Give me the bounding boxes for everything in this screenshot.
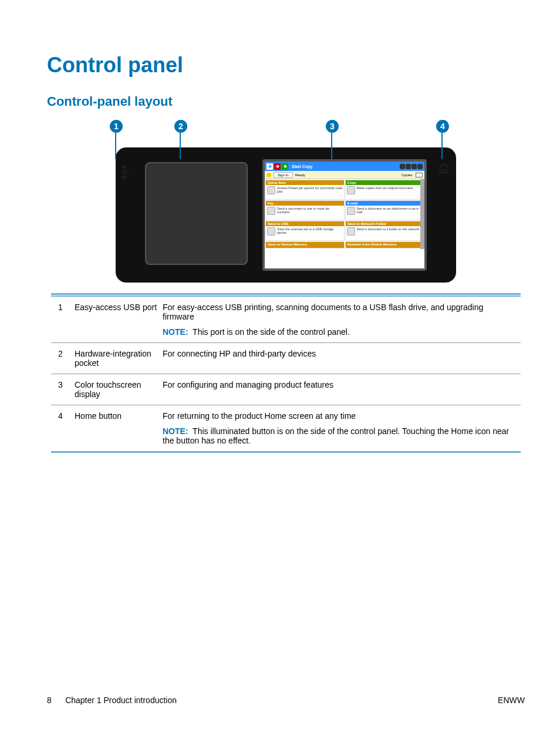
row-number: 3: [51, 374, 75, 405]
stop-icon: ◉: [274, 163, 281, 170]
usb-icon: [120, 165, 129, 182]
chapter-label: Chapter 1 Product introduction: [65, 695, 177, 705]
fax-icon: [267, 207, 275, 215]
callout-line: [115, 133, 116, 159]
row-description: For easy-access USB printing, scanning d…: [163, 296, 521, 343]
table-row: 2 Hardware-integration pocket For connec…: [51, 342, 521, 374]
copy-icon: [347, 186, 355, 194]
page-footer: 8 Chapter 1 Product introduction ENWW: [47, 695, 525, 705]
note-label: NOTE:: [163, 327, 188, 337]
quicksets-icon: [267, 186, 275, 194]
screen-app-grid: Quick Sets Access Preset job options for…: [265, 179, 424, 249]
tile-desc: Send a document as an attachment to an e…: [357, 207, 423, 215]
tile-header: Save to Device Memory: [266, 242, 344, 248]
screen-title: Start Copy: [289, 164, 399, 169]
tile-desc: Send a document to a folder on the netwo…: [357, 227, 423, 236]
tile-header: Save to USB: [266, 221, 344, 226]
table-row: 3 Color touchscreen display For configur…: [51, 374, 521, 405]
tile-header: Copy: [346, 180, 424, 185]
row-description: For returning to the product Home screen…: [163, 405, 521, 452]
status-icons: [400, 164, 423, 169]
row-number: 2: [51, 342, 75, 374]
callout-line: [441, 133, 443, 159]
callout-3: 3: [326, 120, 339, 133]
tile-save-network: Save to Network Folder Send a document t…: [345, 221, 424, 241]
row-number: 1: [51, 296, 75, 343]
tile-header: Retrieve from Device Memory: [346, 242, 424, 248]
tile-email: E-mail Send a document as an attachment …: [345, 200, 424, 220]
tile-desc: Make copies from an original document: [357, 186, 423, 194]
tile-quick-sets: Quick Sets Access Preset job options for…: [265, 180, 345, 200]
row-description: For connecting HP and third-party device…: [163, 342, 521, 374]
page-heading: Control panel: [47, 53, 525, 78]
tile-header: Fax: [266, 201, 344, 206]
scrollbar: [420, 179, 424, 249]
footer-left: 8 Chapter 1 Product introduction: [47, 695, 177, 705]
tile-desc: Send a document to one or more fax numbe…: [277, 207, 343, 215]
sign-in-button: Sign In: [274, 172, 293, 178]
hardware-integration-pocket: [145, 162, 248, 265]
row-name: Hardware-integration pocket: [75, 342, 163, 374]
hp-logo-icon: ◉: [266, 163, 273, 170]
warning-icon: [266, 173, 271, 177]
row-description: For configuring and managing product fea…: [163, 374, 521, 405]
control-panel-diagram: 1 2 3 4 ◉ ◉ ◉ Star: [98, 121, 474, 283]
tile-header: Quick Sets: [266, 180, 344, 185]
callout-line: [331, 133, 332, 159]
tile-desc: Access Preset job options for commonly u…: [277, 186, 343, 194]
section-heading: Control-panel layout: [47, 94, 525, 109]
row-name: Home button: [75, 405, 163, 452]
screen-header: ◉ ◉ ◉ Start Copy: [265, 162, 424, 171]
callout-4: 4: [436, 120, 449, 133]
tile-retrieve-device-memory: Retrieve from Device Memory: [345, 241, 424, 248]
page-number: 8: [47, 695, 52, 705]
tile-desc: Save the scanned job to a USB storage de…: [277, 227, 343, 236]
tile-copy: Copy Make copies from an original docume…: [345, 180, 424, 200]
table-row: 1 Easy-access USB port For easy-access U…: [51, 296, 521, 343]
tile-save-usb: Save to USB Save the scanned job to a US…: [265, 221, 345, 241]
callout-1: 1: [110, 120, 123, 133]
network-folder-icon: [347, 227, 355, 236]
usb-save-icon: [267, 227, 275, 236]
copies-label: Copies:: [402, 173, 413, 177]
signin-bar: Sign In Ready Copies:: [265, 171, 424, 179]
row-number: 4: [51, 405, 75, 452]
start-icon: ◉: [282, 163, 288, 170]
tile-fax: Fax Send a document to one or more fax n…: [265, 200, 345, 220]
footer-lang: ENWW: [498, 695, 525, 705]
email-icon: [347, 207, 355, 215]
tile-header: E-mail: [346, 201, 424, 206]
table-row: 4 Home button For returning to the produ…: [51, 405, 521, 452]
callout-2: 2: [174, 120, 187, 133]
tile-header: Save to Network Folder: [346, 221, 424, 226]
tile-save-device-memory: Save to Device Memory: [265, 241, 345, 248]
note-label: NOTE:: [163, 426, 188, 436]
panel-body: ◉ ◉ ◉ Start Copy Sign In Ready Copies: Q…: [116, 147, 456, 283]
copies-value: [416, 173, 423, 177]
svg-point-0: [123, 166, 126, 168]
status-text: Ready: [295, 173, 399, 177]
home-icon: [437, 162, 450, 175]
row-name: Color touchscreen display: [75, 374, 163, 405]
callout-legend-table: 1 Easy-access USB port For easy-access U…: [51, 293, 521, 453]
callout-line: [180, 133, 181, 159]
touchscreen: ◉ ◉ ◉ Start Copy Sign In Ready Copies: Q…: [262, 159, 427, 271]
row-name: Easy-access USB port: [75, 296, 163, 343]
svg-point-2: [123, 176, 126, 179]
